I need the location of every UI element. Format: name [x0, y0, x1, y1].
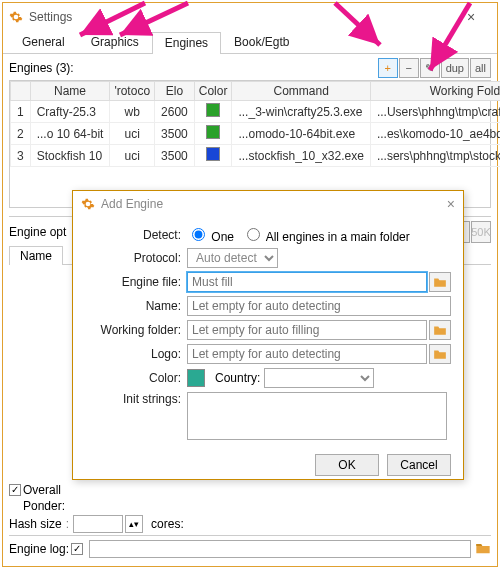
- logo-browse-button[interactable]: [429, 344, 451, 364]
- dialog-titlebar: Add Engine ×: [73, 191, 463, 217]
- window-title: Settings: [29, 10, 451, 24]
- cancel-button[interactable]: Cancel: [387, 454, 451, 476]
- dialog-title: Add Engine: [101, 197, 447, 211]
- cores-label: cores:: [151, 517, 184, 531]
- col-working-folder[interactable]: Working Folder: [370, 82, 500, 101]
- select-all-engines-button[interactable]: all: [470, 58, 491, 78]
- remove-engine-button[interactable]: −: [399, 58, 419, 78]
- working-folder-input[interactable]: [187, 320, 427, 340]
- name-input[interactable]: [187, 296, 451, 316]
- ponder-label: Ponder:: [23, 499, 73, 513]
- country-label: Country:: [215, 371, 260, 385]
- table-row[interactable]: 2 ...o 10 64-bit uci 3500 ...omodo-10-64…: [11, 123, 501, 145]
- gear-icon: [81, 197, 95, 211]
- col-command[interactable]: Command: [232, 82, 370, 101]
- col-index: [11, 82, 31, 101]
- dialog-close-button[interactable]: ×: [447, 196, 455, 212]
- working-folder-label: Working folder:: [85, 323, 181, 337]
- col-name[interactable]: Name: [30, 82, 110, 101]
- logo-label: Logo:: [85, 347, 181, 361]
- table-row[interactable]: 1 Crafty-25.3 wb 2600 ..._3-win\crafty25…: [11, 101, 501, 123]
- country-select[interactable]: [264, 368, 374, 388]
- window-close-button[interactable]: ×: [451, 9, 491, 25]
- color-label: Color:: [85, 371, 181, 385]
- color-swatch: [206, 103, 220, 117]
- ok-button[interactable]: OK: [315, 454, 379, 476]
- hash-size-input[interactable]: [73, 515, 123, 533]
- engines-count-label: Engines (3):: [9, 61, 377, 75]
- subtab-name[interactable]: Name: [9, 246, 63, 265]
- detect-one-radio[interactable]: One: [187, 225, 234, 244]
- engines-table: Name 'rotoco Elo Color Command Working F…: [9, 80, 491, 208]
- init-strings-input[interactable]: [187, 392, 447, 440]
- overall-checkbox[interactable]: ✓: [9, 484, 21, 496]
- tab-engines[interactable]: Engines: [152, 32, 221, 54]
- engine-log-checkbox[interactable]: ✓: [71, 543, 83, 555]
- duplicate-engine-button[interactable]: dup: [441, 58, 469, 78]
- tab-graphics[interactable]: Graphics: [78, 31, 152, 53]
- table-header-row: Name 'rotoco Elo Color Command Working F…: [11, 82, 501, 101]
- color-swatch: [206, 125, 220, 139]
- detect-label: Detect:: [85, 228, 181, 242]
- table-row[interactable]: 3 Stockfish 10 uci 3500 ...stockfish_10_…: [11, 145, 501, 167]
- init-strings-label: Init strings:: [85, 392, 181, 406]
- bottom-panel: ✓ Overall Ponder: Hash size : ▴▾ cores: …: [9, 481, 491, 560]
- color-picker[interactable]: [187, 369, 205, 387]
- add-engine-button[interactable]: +: [378, 58, 398, 78]
- gear-icon: [9, 10, 23, 24]
- edit-engine-button[interactable]: ✎: [420, 58, 440, 78]
- add-engine-dialog: Add Engine × Detect: One All engines in …: [72, 190, 464, 480]
- engine-log-label: Engine log:: [9, 542, 69, 556]
- detect-all-radio[interactable]: All engines in a main folder: [242, 225, 410, 244]
- tab-general[interactable]: General: [9, 31, 78, 53]
- engine-file-input[interactable]: [187, 272, 427, 292]
- main-tabs: General Graphics Engines Book/Egtb: [3, 31, 497, 54]
- col-elo[interactable]: Elo: [155, 82, 195, 101]
- color-swatch: [206, 147, 220, 161]
- name-label: Name:: [85, 299, 181, 313]
- engines-toolbar: Engines (3): + − ✎ dup all: [3, 54, 497, 80]
- logo-input[interactable]: [187, 344, 427, 364]
- working-folder-browse-button[interactable]: [429, 320, 451, 340]
- tab-book-egtb[interactable]: Book/Egtb: [221, 31, 302, 53]
- hash-size-label: Hash size: [9, 517, 62, 531]
- engine-file-label: Engine file:: [85, 275, 181, 289]
- col-color[interactable]: Color: [194, 82, 232, 101]
- protocol-select[interactable]: Auto detect: [187, 248, 278, 268]
- col-protocol[interactable]: 'rotoco: [110, 82, 155, 101]
- engine-file-browse-button[interactable]: [429, 272, 451, 292]
- overall-label: Overall: [23, 483, 61, 497]
- folder-icon[interactable]: [475, 541, 491, 558]
- engine-log-path-input[interactable]: [89, 540, 471, 558]
- protocol-label: Protocol:: [85, 251, 181, 265]
- titlebar: Settings ×: [3, 3, 497, 31]
- hash-stepper[interactable]: ▴▾: [125, 515, 143, 533]
- extra-button[interactable]: 50K: [471, 221, 491, 243]
